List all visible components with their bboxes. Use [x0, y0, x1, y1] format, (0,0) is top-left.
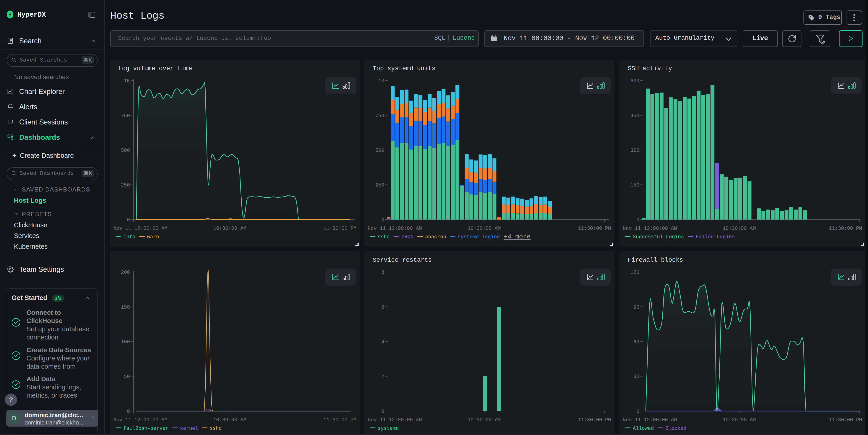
svg-text:6: 6: [381, 305, 384, 310]
svg-text:Top systemd units: Top systemd units: [373, 65, 435, 72]
svg-text:Nov 11 12:00:00 AM: Nov 11 12:00:00 AM: [623, 417, 677, 423]
svg-text:450: 450: [630, 113, 640, 119]
svg-text:11:30:00 PM: 11:30:00 PM: [323, 417, 356, 423]
svg-text:30: 30: [633, 374, 640, 380]
svg-text:8: 8: [381, 270, 384, 275]
svg-text:10:30:00 AM: 10:30:00 AM: [213, 417, 246, 423]
svg-text:750: 750: [375, 113, 384, 119]
svg-text:Log volume over time: Log volume over time: [118, 65, 192, 72]
svg-text:250: 250: [375, 182, 384, 188]
svg-text:11:30:00 PM: 11:30:00 PM: [829, 226, 862, 231]
svg-text:500: 500: [375, 148, 384, 153]
svg-text:systemd: systemd: [378, 426, 399, 431]
svg-text:0: 0: [381, 409, 384, 414]
svg-text:Blocked: Blocked: [665, 426, 686, 431]
svg-text:60: 60: [633, 339, 640, 345]
svg-text:2: 2: [381, 374, 384, 380]
svg-text:300: 300: [630, 148, 640, 153]
svg-text:CRON: CRON: [401, 234, 413, 240]
svg-text:0: 0: [127, 409, 130, 414]
svg-text:kernel: kernel: [180, 426, 198, 431]
svg-text:Nov 11 12:00:00 AM: Nov 11 12:00:00 AM: [113, 226, 167, 231]
svg-text:0: 0: [127, 217, 130, 223]
svg-text:10:30:00 AM: 10:30:00 AM: [722, 226, 755, 231]
svg-text:11:30:00 PM: 11:30:00 PM: [578, 417, 611, 423]
svg-text:11:30:00 PM: 11:30:00 PM: [578, 226, 611, 231]
svg-text:4: 4: [381, 339, 384, 345]
svg-text:100: 100: [121, 339, 130, 345]
svg-text:Nov 11 12:00:00 AM: Nov 11 12:00:00 AM: [368, 226, 422, 231]
svg-text:info: info: [123, 234, 135, 240]
svg-text:90: 90: [633, 305, 640, 310]
svg-text:10:30:00 AM: 10:30:00 AM: [722, 417, 755, 423]
svg-text:200: 200: [121, 270, 130, 275]
svg-text:500: 500: [121, 148, 130, 153]
svg-text:Failed Logins: Failed Logins: [696, 234, 735, 240]
svg-text:1K: 1K: [378, 78, 384, 84]
svg-text:Successful Logins: Successful Logins: [633, 234, 684, 240]
svg-text:anacron: anacron: [425, 234, 446, 240]
svg-text:sshd: sshd: [378, 234, 390, 240]
svg-text:Allowed: Allowed: [633, 426, 654, 431]
svg-text:10:30:00 AM: 10:30:00 AM: [467, 417, 501, 423]
svg-text:150: 150: [630, 182, 640, 188]
svg-text:Nov 11 12:00:00 AM: Nov 11 12:00:00 AM: [368, 417, 422, 423]
svg-text:250: 250: [121, 182, 130, 188]
svg-text:fail2ban-server: fail2ban-server: [123, 426, 168, 431]
svg-text:750: 750: [121, 113, 130, 119]
svg-text:10:30:00 AM: 10:30:00 AM: [467, 226, 501, 231]
svg-text:systemd-logind: systemd-logind: [458, 234, 500, 240]
svg-text:0: 0: [381, 217, 384, 223]
svg-text:SSH activity: SSH activity: [628, 65, 672, 72]
svg-text:Service restarts: Service restarts: [373, 257, 432, 263]
svg-text:0: 0: [637, 409, 640, 414]
svg-text:sshd: sshd: [210, 426, 222, 431]
svg-text:+4 more: +4 more: [504, 233, 531, 240]
svg-text:11:30:00 PM: 11:30:00 PM: [829, 417, 862, 423]
svg-text:50: 50: [124, 374, 130, 380]
svg-text:Nov 11 12:00:00 AM: Nov 11 12:00:00 AM: [113, 417, 167, 423]
svg-text:11:30:00 PM: 11:30:00 PM: [323, 226, 356, 231]
svg-text:Firewall blocks: Firewall blocks: [628, 257, 683, 263]
svg-text:1K: 1K: [124, 78, 130, 84]
svg-text:150: 150: [121, 305, 130, 310]
svg-text:120: 120: [630, 270, 640, 275]
svg-text:Nov 11 12:00:00 AM: Nov 11 12:00:00 AM: [623, 226, 677, 231]
svg-text:warn: warn: [147, 234, 159, 240]
svg-text:10:30:00 AM: 10:30:00 AM: [213, 226, 246, 231]
svg-text:0: 0: [637, 217, 640, 223]
svg-text:600: 600: [630, 78, 640, 84]
